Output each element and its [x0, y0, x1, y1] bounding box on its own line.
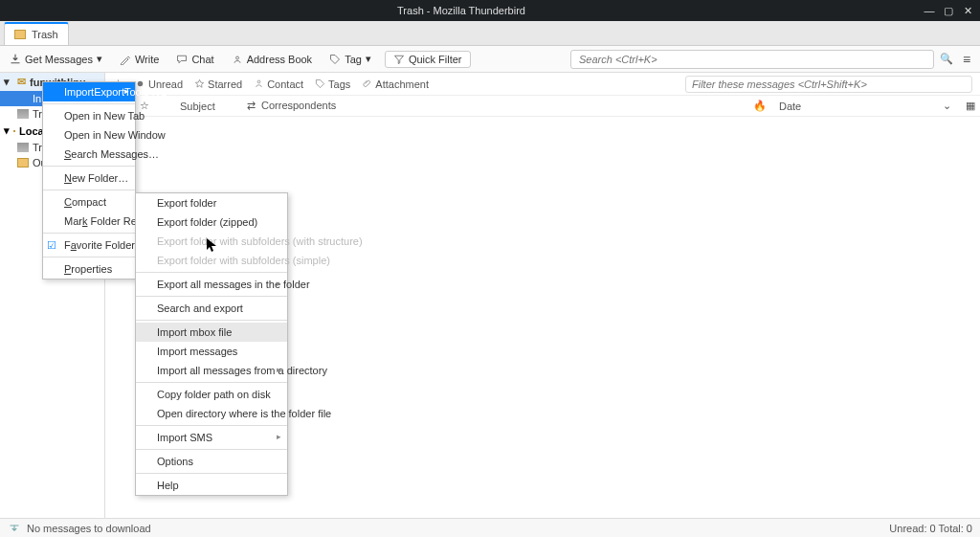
person-icon — [254, 78, 264, 89]
filter-contact[interactable]: Contact — [254, 78, 303, 90]
get-messages-label: Get Messages — [25, 54, 93, 65]
trash-icon — [17, 143, 29, 152]
menu-new-folder[interactable]: New Folder… — [43, 168, 135, 188]
submenu-export-folder[interactable]: Export folder — [136, 193, 287, 213]
folder-icon — [13, 130, 15, 132]
menu-import-export-tools[interactable]: ImportExportTools NG▸ — [43, 82, 135, 101]
address-book-button[interactable]: Address Book — [228, 52, 316, 67]
folder-context-menu: ImportExportTools NG▸ Open in New Tab Op… — [42, 81, 136, 280]
separator — [43, 233, 135, 234]
svg-point-0 — [235, 56, 238, 59]
write-button[interactable]: Write — [116, 52, 163, 67]
window-titlebar: Trash - Mozilla Thunderbird — ▢ ✕ — [0, 0, 980, 21]
submenu-import-dir[interactable]: Import all messages from a directory▸ — [136, 361, 287, 380]
col-correspondents[interactable]: ⇄Correspondents — [239, 100, 741, 112]
separator — [136, 320, 287, 321]
col-picker-icon[interactable]: ▦ — [961, 100, 980, 112]
separator — [43, 166, 135, 167]
col-sort-caret[interactable]: ⌄ — [932, 100, 961, 112]
hamburger-icon[interactable]: ≡ — [959, 52, 974, 67]
status-text: No messages to download — [27, 523, 151, 534]
main-area: ▾ ✉ funwithlinux@mail.com Inbox Trash ▾ … — [0, 73, 980, 518]
submenu-import-messages[interactable]: Import messages — [136, 342, 287, 361]
funnel-icon — [393, 54, 405, 65]
submenu-import-sms[interactable]: Import SMS▸ — [136, 428, 287, 447]
separator — [136, 449, 287, 450]
download-icon — [10, 54, 21, 65]
filter-starred[interactable]: Starred — [194, 78, 242, 90]
quick-filter-bar: Unread Starred Contact Tags Attachment — [105, 73, 980, 96]
search-icon[interactable]: 🔍 — [940, 53, 953, 65]
menu-favorite-folder[interactable]: ☑Favorite Folder — [43, 235, 135, 255]
quick-filter-button[interactable]: Quick Filter — [385, 51, 471, 68]
submenu-search-export[interactable]: Search and export — [136, 299, 287, 318]
separator — [136, 425, 287, 426]
star-icon — [194, 78, 205, 89]
envelope-icon: ✉ — [17, 76, 26, 88]
submenu-help[interactable]: Help — [136, 476, 287, 495]
tab-label: Trash — [32, 29, 58, 40]
menu-compact[interactable]: Compact — [43, 192, 135, 212]
submenu-import-mbox[interactable]: Import mbox file — [136, 323, 287, 342]
chevron-down-icon: ▾ — [4, 76, 13, 88]
submenu-export-all[interactable]: Export all messages in the folder▸ — [136, 275, 287, 294]
window-title: Trash - Mozilla Thunderbird — [0, 5, 923, 16]
submenu-open-dir[interactable]: Open directory where is the folder file — [136, 404, 287, 423]
menu-open-new-tab[interactable]: Open in New Tab — [43, 106, 135, 125]
col-junk-icon[interactable]: 🔥 — [741, 100, 779, 112]
column-headers: ✦ ● ☆ Subject ⇄Correspondents 🔥 Date ⌄ ▦ — [105, 96, 980, 117]
tag-label: Tag — [345, 54, 362, 65]
submenu-export-sub-struct: Export folder with subfolders (with stru… — [136, 232, 287, 251]
col-subject[interactable]: Subject — [172, 101, 239, 112]
menu-mark-read[interactable]: Mark Folder Read — [43, 212, 135, 231]
separator — [136, 382, 287, 383]
close-icon[interactable]: ✕ — [961, 5, 974, 17]
tag-icon — [315, 78, 325, 89]
tag-button[interactable]: Tag ▾ — [325, 51, 375, 67]
chat-label: Chat — [191, 54, 213, 65]
outbox-icon — [17, 158, 29, 168]
separator — [136, 296, 287, 297]
chevron-right-icon: ▸ — [277, 365, 281, 374]
minimize-icon[interactable]: — — [923, 5, 936, 16]
chevron-down-icon: ▾ — [97, 53, 102, 65]
filter-tags[interactable]: Tags — [315, 78, 350, 90]
chat-button[interactable]: Chat — [172, 52, 217, 67]
status-bar: No messages to download Unread: 0 Total:… — [0, 518, 980, 537]
menu-properties[interactable]: Properties — [43, 259, 135, 279]
separator — [43, 103, 135, 104]
tab-trash[interactable]: Trash — [4, 22, 69, 45]
write-label: Write — [135, 54, 159, 65]
search-input[interactable] — [570, 50, 934, 69]
filter-messages-input[interactable] — [685, 76, 972, 93]
filter-attachment[interactable]: Attachment — [362, 78, 429, 90]
submenu-export-zipped[interactable]: Export folder (zipped) — [136, 213, 287, 232]
menu-search-messages[interactable]: Search Messages… — [43, 145, 135, 164]
tag-icon — [329, 54, 341, 65]
separator — [136, 473, 287, 474]
address-book-label: Address Book — [247, 54, 312, 65]
status-counts: Unread: 0 Total: 0 — [889, 523, 972, 534]
col-date[interactable]: Date — [779, 101, 932, 112]
folder-icon — [14, 30, 26, 39]
address-book-icon — [232, 54, 243, 65]
submenu-export-sub-simple: Export folder with subfolders (simple) — [136, 251, 287, 270]
import-export-submenu: Export folder Export folder (zipped) Exp… — [135, 192, 288, 496]
trash-icon — [17, 109, 29, 119]
svg-point-2 — [257, 80, 260, 83]
menu-open-new-window[interactable]: Open in New Window — [43, 125, 135, 145]
submenu-copy-path[interactable]: Copy folder path on disk — [136, 385, 287, 404]
checkbox-icon: ☑ — [47, 239, 56, 252]
maximize-icon[interactable]: ▢ — [942, 5, 955, 17]
quick-filter-label: Quick Filter — [409, 54, 462, 65]
chevron-right-icon: ▸ — [277, 279, 281, 288]
chevron-down-icon: ▾ — [4, 124, 10, 137]
inbox-icon — [17, 94, 29, 103]
chat-icon — [176, 54, 188, 65]
submenu-options[interactable]: Options — [136, 452, 287, 471]
download-status-icon — [8, 523, 21, 534]
get-messages-button[interactable]: Get Messages ▾ — [6, 51, 106, 67]
paperclip-icon — [362, 78, 372, 89]
separator — [43, 190, 135, 190]
tab-strip: Trash — [0, 21, 980, 46]
